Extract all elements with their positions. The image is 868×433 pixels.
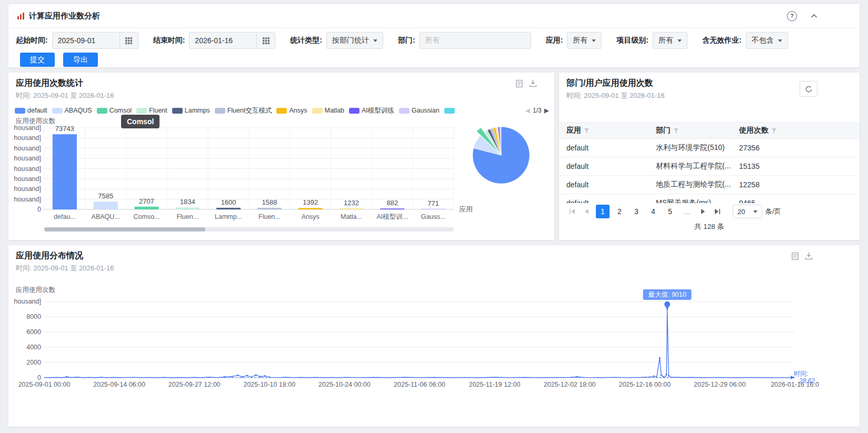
page-number-2[interactable]: 2 bbox=[613, 205, 626, 218]
y-tick-label: housand] bbox=[14, 298, 41, 305]
x-tick-label: Ansys bbox=[302, 213, 320, 220]
stat-type-group: 统计类型: 按部门统计 bbox=[290, 32, 383, 49]
usage-distribution-line-chart[interactable]: housand]80006000400020000应用使用次数2025-09-0… bbox=[9, 283, 857, 409]
invalid-jobs-select[interactable]: 不包含 bbox=[746, 32, 788, 49]
pagination-last-icon[interactable] bbox=[712, 206, 723, 217]
legend-item-Fluent交互模式[interactable]: Fluent交互模式 bbox=[215, 106, 272, 115]
page-number-1[interactable]: 1 bbox=[596, 205, 610, 218]
page-number-3[interactable]: 3 bbox=[630, 205, 643, 218]
bar-value-label: 2707 bbox=[139, 197, 154, 205]
legend-item-Fluent[interactable]: Fluent bbox=[136, 107, 167, 114]
page-number-4[interactable]: 4 bbox=[646, 205, 660, 218]
usage-distribution-subtitle: 时间: 2025-09-01 至 2026-01-16 bbox=[16, 264, 114, 273]
dept-usage-table: 应用部门使用次数 default水利与环境学院(510)27356default… bbox=[559, 122, 860, 204]
bar-Fluent[interactable] bbox=[175, 207, 199, 209]
application-select[interactable]: 所有 bbox=[567, 32, 602, 49]
submit-button[interactable]: 提交 bbox=[20, 53, 55, 67]
download-icon[interactable] bbox=[805, 252, 813, 260]
invalid-jobs-group: 含无效作业: 不包含 bbox=[702, 32, 788, 49]
bar-value-label: 7585 bbox=[98, 192, 113, 200]
refresh-button[interactable] bbox=[800, 81, 817, 97]
bar-Gaussian[interactable] bbox=[421, 209, 445, 210]
pagination-ellipsis[interactable]: ... bbox=[680, 205, 694, 218]
chart-scrollbar-thumb[interactable] bbox=[44, 227, 205, 231]
chart-scrollbar[interactable] bbox=[44, 227, 454, 231]
legend-item-Comsol[interactable]: Comsol bbox=[97, 107, 132, 114]
usage-line-series[interactable] bbox=[44, 309, 795, 377]
bar-ABAQUS[interactable] bbox=[94, 202, 118, 209]
filter-icon[interactable] bbox=[673, 128, 679, 134]
y-tick-label: housand] bbox=[14, 165, 41, 173]
stat-type-select[interactable]: 按部门统计 bbox=[326, 32, 383, 49]
legend-item-ABAQUS[interactable]: ABAQUS bbox=[52, 107, 92, 114]
stat-type-value: 按部门统计 bbox=[332, 36, 369, 45]
legend-prev-icon[interactable]: ◀ bbox=[525, 107, 530, 114]
data-point bbox=[224, 376, 225, 378]
chevron-down-icon bbox=[373, 39, 377, 42]
pagination-next-icon[interactable] bbox=[697, 206, 709, 217]
legend-item-Lammps[interactable]: Lammps bbox=[172, 107, 210, 114]
app-usage-bar-chart[interactable]: 0housand]housand]housand]housand]housand… bbox=[9, 115, 541, 230]
legend-item-Ansys[interactable]: Ansys bbox=[276, 107, 307, 114]
department-placeholder: 所有 bbox=[425, 36, 440, 45]
y-tick-label: housand] bbox=[14, 145, 41, 152]
action-button-row: 提交 导出 bbox=[8, 49, 860, 67]
table-cell: 地质工程与测绘学院(... bbox=[648, 180, 732, 189]
usage-distribution-panel: 应用使用分布情况 时间: 2025-09-01 至 2026-01-16 hou… bbox=[8, 245, 860, 427]
usage-stats-subtitle: 时间: 2025-09-01 至 2026-01-16 bbox=[16, 91, 114, 100]
page-number-5[interactable]: 5 bbox=[663, 205, 677, 218]
app-usage-dashboard: 计算应用作业数分析 ? 起始时间: 2025-09-01 结束时间: bbox=[0, 0, 868, 433]
filter-bar: 起始时间: 2025-09-01 结束时间: 2026-01-16 bbox=[8, 28, 860, 49]
start-date-input[interactable]: 2025-09-01 bbox=[52, 32, 138, 49]
bar-Lammps[interactable] bbox=[216, 208, 241, 209]
filter-icon[interactable] bbox=[584, 128, 590, 134]
legend-next-icon[interactable]: ▶ bbox=[544, 107, 549, 114]
department-input[interactable]: 所有 bbox=[420, 32, 531, 49]
download-icon[interactable] bbox=[529, 79, 537, 88]
legend-items: defaultABAQUSComsolFluentLammpsFluent交互模… bbox=[15, 106, 455, 115]
collapse-icon[interactable] bbox=[811, 14, 817, 18]
report-icon[interactable] bbox=[791, 252, 799, 260]
table-row[interactable]: default水利与环境学院(510)27356 bbox=[559, 139, 860, 157]
calendar-icon[interactable] bbox=[119, 33, 138, 48]
bar-Fluent交互模式[interactable] bbox=[257, 208, 282, 209]
legend-swatch bbox=[52, 108, 63, 114]
pagination-first-icon[interactable] bbox=[566, 206, 578, 217]
x-axis-name: 时间: bbox=[794, 370, 808, 377]
end-date-input[interactable]: 2026-01-16 bbox=[189, 32, 275, 49]
bar-default[interactable] bbox=[53, 134, 77, 209]
legend-swatch bbox=[172, 108, 183, 114]
bar-Comsol[interactable] bbox=[135, 207, 159, 209]
max-point-marker[interactable] bbox=[664, 301, 670, 307]
y-tick-label: 2000 bbox=[26, 359, 41, 366]
application-label: 应用: bbox=[546, 36, 563, 45]
column-header-应用: 应用 bbox=[559, 126, 648, 135]
legend-item-default[interactable]: default bbox=[15, 107, 47, 114]
data-point bbox=[255, 374, 257, 376]
report-icon[interactable] bbox=[515, 79, 523, 88]
data-point bbox=[668, 375, 670, 377]
bar-Matlab[interactable] bbox=[340, 208, 364, 209]
table-row[interactable]: default材料科学与工程学院(...15135 bbox=[559, 157, 860, 176]
bar-Ansys[interactable] bbox=[298, 208, 323, 209]
legend-item-Gaussian[interactable]: Gaussian bbox=[399, 107, 440, 114]
legend-item-extra[interactable] bbox=[444, 108, 455, 114]
x-tick-label: 2025-11-19 12:00 bbox=[469, 381, 521, 388]
project-level-select[interactable]: 所有 bbox=[653, 32, 687, 49]
legend-item-Matlab[interactable]: Matlab bbox=[312, 107, 345, 114]
y-tick-label: housand] bbox=[14, 196, 41, 203]
end-date-value: 2026-01-16 bbox=[189, 36, 256, 45]
legend-item-AI模型训练[interactable]: AI模型训练 bbox=[349, 106, 394, 115]
export-button[interactable]: 导出 bbox=[63, 53, 98, 67]
table-row[interactable]: default地质工程与测绘学院(...12258 bbox=[559, 176, 860, 194]
data-point bbox=[661, 374, 662, 376]
pagination-prev-icon[interactable] bbox=[581, 206, 593, 217]
bar-AI模型训练[interactable] bbox=[380, 208, 404, 209]
help-icon[interactable]: ? bbox=[787, 11, 797, 21]
calendar-icon[interactable] bbox=[256, 33, 275, 48]
y-axis-title: 应用使用次数 bbox=[16, 117, 56, 125]
y-axis-title: 应用使用次数 bbox=[16, 286, 56, 294]
data-point bbox=[231, 376, 233, 377]
page-size-select[interactable]: 20 bbox=[733, 205, 762, 218]
filter-icon[interactable] bbox=[771, 128, 777, 134]
